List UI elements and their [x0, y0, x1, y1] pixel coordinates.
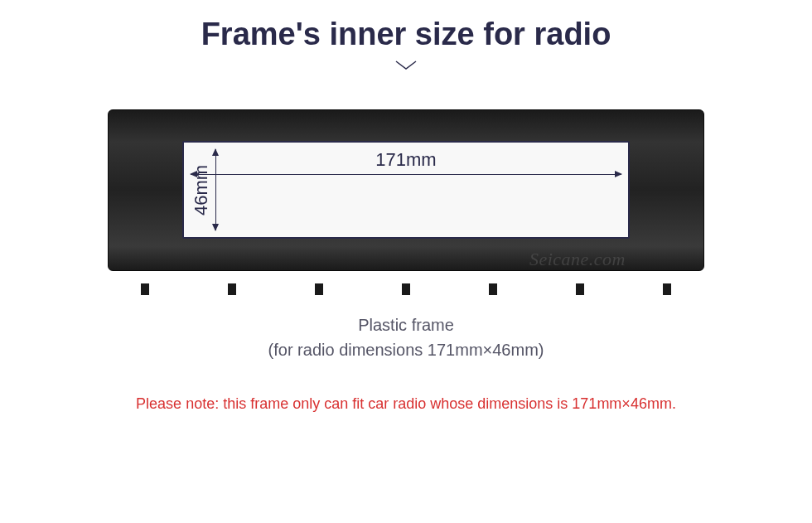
subtitle-block: Plastic frame (for radio dimensions 171m… — [268, 312, 544, 362]
frame-mounting-tabs — [108, 283, 704, 295]
page-title: Frame's inner size for radio — [201, 17, 611, 52]
watermark-text: Seicane.com — [529, 249, 626, 270]
width-dimension-label: 171mm — [182, 149, 630, 171]
frame-diagram: 171mm 46mm Seicane.com — [108, 109, 704, 283]
chevron-down-icon — [394, 59, 418, 72]
subtitle-line-2: (for radio dimensions 171mm×46mm) — [268, 341, 544, 359]
warning-note: Please note: this frame only can fit car… — [136, 395, 676, 413]
height-dimension-line — [215, 149, 216, 230]
subtitle-line-1: Plastic frame — [358, 316, 454, 334]
width-dimension-line — [191, 174, 621, 175]
height-dimension-label: 46mm — [191, 141, 212, 239]
